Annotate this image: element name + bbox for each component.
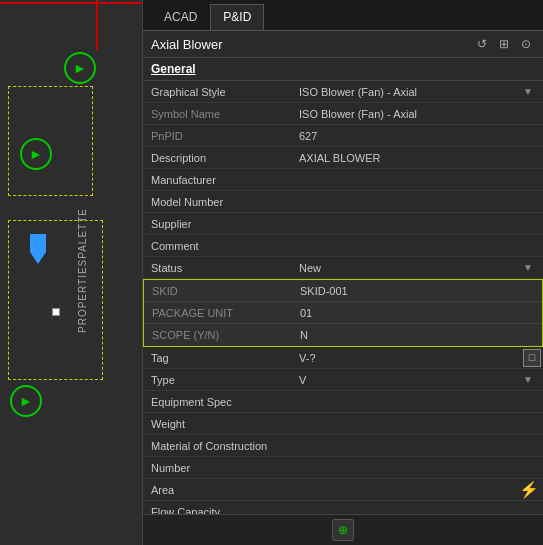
value-symbol-name: ISO Blower (Fan) - Axial: [293, 105, 543, 123]
add-icon[interactable]: ⊕: [332, 519, 354, 541]
label-description: Description: [143, 149, 293, 167]
red-line-top: [0, 2, 143, 4]
tab-bar: ACAD P&ID: [143, 0, 543, 31]
label-supplier: Supplier: [143, 215, 293, 233]
label-pnpid: PnPID: [143, 127, 293, 145]
prop-supplier: Supplier: [143, 213, 543, 235]
white-square: [52, 308, 60, 316]
label-manufacturer: Manufacturer: [143, 171, 293, 189]
red-line-v: [96, 0, 98, 50]
prop-equipment-spec: Equipment Spec: [143, 391, 543, 413]
title-icons: ↺ ⊞ ⊙: [473, 35, 535, 53]
prop-type: Type V ▼: [143, 369, 543, 391]
circle-icon[interactable]: ⊙: [517, 35, 535, 53]
label-type: Type: [143, 371, 293, 389]
value-model-number[interactable]: [293, 199, 543, 205]
value-package-unit[interactable]: 01: [294, 304, 542, 322]
yellow-rect-2: [8, 220, 103, 380]
label-area: Area: [143, 481, 293, 499]
label-comment: Comment: [143, 237, 293, 255]
properties-list[interactable]: General Graphical Style ISO Blower (Fan)…: [143, 58, 543, 514]
label-flow-capacity: Flow Capacity: [143, 503, 293, 515]
label-status: Status: [143, 259, 293, 277]
refresh-icon[interactable]: ↺: [473, 35, 491, 53]
value-equipment-spec[interactable]: [293, 399, 543, 405]
value-status[interactable]: New ▼: [293, 259, 543, 277]
prop-description: Description AXIAL BLOWER: [143, 147, 543, 169]
prop-flow-capacity: Flow Capacity: [143, 501, 543, 514]
label-tag: Tag: [143, 349, 293, 367]
prop-pnpid: PnPID 627: [143, 125, 543, 147]
value-weight[interactable]: [293, 421, 543, 427]
label-material: Material of Construction: [143, 437, 293, 455]
label-graphical-style: Graphical Style: [143, 83, 293, 101]
title-bar: Axial Blower ↺ ⊞ ⊙: [143, 31, 543, 58]
prop-model-number: Model Number: [143, 191, 543, 213]
value-manufacturer[interactable]: [293, 177, 543, 183]
prop-package-unit: PACKAGE UNIT 01: [144, 302, 542, 324]
prop-area: Area ⚡: [143, 479, 543, 501]
type-chevron-icon: ▼: [523, 374, 533, 385]
lightning-icon: ⚡: [519, 480, 539, 499]
title-text: Axial Blower: [151, 37, 467, 52]
chevron-down-icon: ▼: [523, 86, 533, 97]
properties-panel: ACAD P&ID Axial Blower ↺ ⊞ ⊙ General Gra…: [143, 0, 543, 545]
prop-material: Material of Construction: [143, 435, 543, 457]
green-symbol-3: ►: [10, 385, 42, 417]
value-type[interactable]: V ▼: [293, 371, 543, 389]
green-symbol-2: ►: [20, 138, 52, 170]
value-comment[interactable]: [293, 243, 543, 249]
label-equipment-spec: Equipment Spec: [143, 393, 293, 411]
value-pnpid: 627: [293, 127, 543, 145]
status-chevron-icon: ▼: [523, 262, 533, 273]
value-flow-capacity[interactable]: [293, 509, 543, 515]
value-description[interactable]: AXIAL BLOWER: [293, 149, 543, 167]
value-material[interactable]: [293, 443, 543, 449]
blue-rect: [30, 234, 46, 252]
prop-tag: Tag V-? ☐: [143, 347, 543, 369]
prop-symbol-name: Symbol Name ISO Blower (Fan) - Axial: [143, 103, 543, 125]
label-scope: SCOPE (Y/N): [144, 326, 294, 344]
skid-group: SKID SKID-001 PACKAGE UNIT 01 SCOPE (Y/N…: [143, 279, 543, 347]
grid-icon[interactable]: ⊞: [495, 35, 513, 53]
yellow-rect-1: [8, 86, 93, 196]
label-symbol-name: Symbol Name: [143, 105, 293, 123]
green-symbol-1: ►: [64, 52, 96, 84]
tab-pid[interactable]: P&ID: [210, 4, 264, 30]
tab-acad[interactable]: ACAD: [151, 4, 210, 30]
label-number: Number: [143, 459, 293, 477]
value-supplier[interactable]: [293, 221, 543, 227]
sidebar-label: PROPERTIESPALETTE: [77, 213, 88, 333]
label-model-number: Model Number: [143, 193, 293, 211]
blue-triangle: [30, 252, 46, 264]
label-package-unit: PACKAGE UNIT: [144, 304, 294, 322]
canvas-area: ► ► ► PROPERTIESPALETTE: [0, 0, 143, 545]
value-tag[interactable]: V-?: [293, 349, 523, 367]
prop-manufacturer: Manufacturer: [143, 169, 543, 191]
value-skid[interactable]: SKID-001: [294, 282, 542, 300]
bottom-bar: ⊕: [143, 514, 543, 545]
value-number[interactable]: [293, 465, 543, 471]
prop-number: Number: [143, 457, 543, 479]
section-general: General: [143, 58, 543, 81]
prop-skid: SKID SKID-001: [144, 280, 542, 302]
prop-status: Status New ▼: [143, 257, 543, 279]
prop-comment: Comment: [143, 235, 543, 257]
tag-edit-icon[interactable]: ☐: [523, 349, 541, 367]
value-scope[interactable]: N: [294, 326, 542, 344]
prop-graphical-style: Graphical Style ISO Blower (Fan) - Axial…: [143, 81, 543, 103]
label-weight: Weight: [143, 415, 293, 433]
prop-scope: SCOPE (Y/N) N: [144, 324, 542, 346]
value-graphical-style[interactable]: ISO Blower (Fan) - Axial ▼: [293, 83, 543, 101]
value-area[interactable]: [293, 487, 519, 493]
prop-weight: Weight: [143, 413, 543, 435]
label-skid: SKID: [144, 282, 294, 300]
